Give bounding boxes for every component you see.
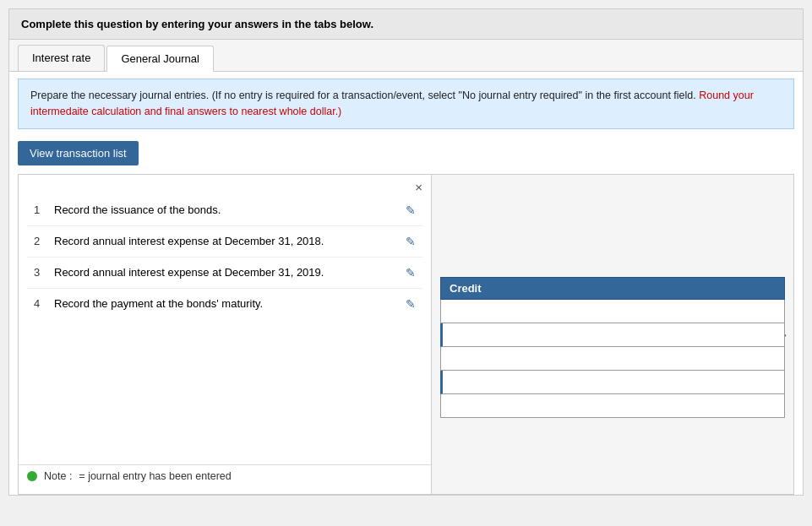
transaction-text-2: Record annual interest expense at Decemb… (54, 235, 324, 247)
edit-icon-1[interactable]: ✎ (406, 203, 416, 217)
credit-header: Credit (440, 277, 785, 300)
credit-row[interactable] (440, 371, 785, 394)
tab-interest-rate[interactable]: Interest rate (18, 45, 105, 71)
list-item: 2 Record annual interest expense at Dece… (27, 226, 422, 258)
transaction-text-1: Record the issuance of the bonds. (54, 203, 221, 216)
info-box: Prepare the necessary journal entries. (… (18, 79, 794, 129)
main-content: × 1 Record the issuance of the bonds. ✎ … (18, 174, 794, 495)
note-dot-icon (27, 471, 37, 481)
credit-input-5[interactable] (441, 398, 784, 413)
tabs-row: Interest rate General Journal (9, 40, 803, 72)
note-text: = journal entry has been entered (79, 470, 231, 482)
edit-icon-4[interactable]: ✎ (406, 297, 416, 311)
right-panel: › Credit (432, 174, 794, 495)
edit-icon-3[interactable]: ✎ (406, 266, 416, 279)
transaction-number-2: 2 (34, 235, 47, 247)
edit-icon-2[interactable]: ✎ (406, 235, 416, 248)
credit-row[interactable] (440, 394, 785, 418)
note-bar: Note : = journal entry has been entered (19, 464, 431, 487)
credit-rows (440, 300, 785, 418)
transaction-number-1: 1 (34, 203, 47, 216)
credit-section: Credit (440, 277, 785, 418)
left-panel: × 1 Record the issuance of the bonds. ✎ … (18, 174, 432, 495)
close-button[interactable]: × (415, 180, 422, 194)
credit-input-2[interactable] (443, 327, 784, 342)
note-label: Note : (44, 470, 72, 482)
credit-row[interactable] (440, 347, 785, 371)
list-item: 1 Record the issuance of the bonds. ✎ (27, 195, 422, 226)
credit-row[interactable] (440, 323, 785, 347)
transaction-text-3: Record annual interest expense at Decemb… (54, 266, 324, 279)
view-transaction-list-button[interactable]: View transaction list (18, 141, 139, 165)
info-main-text: Prepare the necessary journal entries. (… (30, 89, 696, 101)
instruction-bar: Complete this question by entering your … (9, 9, 803, 40)
credit-input-1[interactable] (441, 303, 784, 318)
transaction-text-4: Record the payment at the bonds' maturit… (54, 297, 263, 310)
list-item: 3 Record annual interest expense at Dece… (27, 258, 422, 289)
credit-input-4[interactable] (443, 374, 784, 389)
credit-row[interactable] (440, 300, 785, 323)
tab-general-journal[interactable]: General Journal (106, 46, 214, 72)
transaction-number-4: 4 (34, 297, 47, 310)
list-item: 4 Record the payment at the bonds' matur… (27, 289, 422, 319)
credit-input-3[interactable] (441, 350, 784, 366)
transaction-list: 1 Record the issuance of the bonds. ✎ 2 … (19, 183, 431, 328)
instruction-text: Complete this question by entering your … (21, 18, 373, 30)
transaction-number-3: 3 (34, 266, 47, 279)
